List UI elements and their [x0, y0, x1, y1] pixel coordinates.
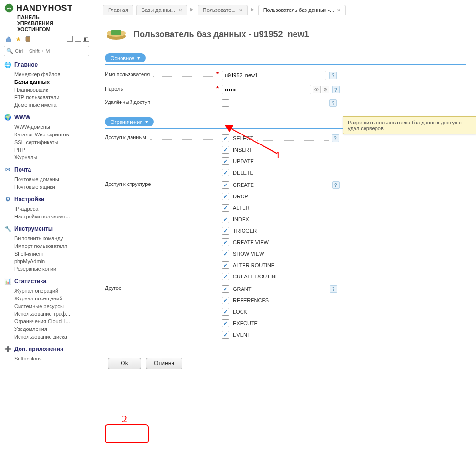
perm-checkbox[interactable]	[222, 238, 229, 246]
panel-toggle-icon[interactable]: ◧	[83, 36, 89, 42]
nav-item[interactable]: Базы данных	[4, 78, 89, 86]
nav-item[interactable]: Использование траф...	[4, 310, 89, 318]
remote-access-checkbox[interactable]	[222, 99, 229, 107]
group-limits-header[interactable]: Ограничения ▾	[105, 117, 154, 126]
perm-label: INSERT	[233, 147, 252, 153]
home-icon[interactable]	[5, 35, 12, 43]
perm-checkbox[interactable]	[222, 308, 229, 316]
cancel-button[interactable]: Отмена	[146, 358, 182, 369]
perm-checkbox[interactable]	[222, 250, 229, 257]
perm-label: CREATE ROUTINE	[233, 274, 279, 279]
perm-checkbox[interactable]	[222, 285, 229, 293]
close-icon[interactable]: ✕	[239, 8, 243, 13]
clipboard-icon[interactable]	[24, 35, 31, 43]
nav-item[interactable]: Уведомления	[4, 325, 89, 333]
nav-item[interactable]: Журналы	[4, 154, 89, 161]
nav-item[interactable]: Системные ресурсы	[4, 302, 89, 310]
perm-label: ALTER	[233, 205, 250, 211]
brand-name: HANDYHOST	[16, 3, 73, 13]
tab-databases[interactable]: Базы данны...✕	[136, 5, 187, 15]
set-icon: ⚙	[4, 195, 11, 203]
sidebar-search: 🔍	[4, 46, 89, 56]
perm-checkbox[interactable]	[222, 216, 229, 223]
nav-item[interactable]: Менеджер файлов	[4, 71, 89, 78]
username-input[interactable]	[222, 71, 326, 80]
nav-item[interactable]: Использование диска	[4, 333, 89, 340]
main-icon: 🌐	[4, 61, 11, 69]
nav-item[interactable]: Журнал операций	[4, 287, 89, 295]
generate-password-icon[interactable]: ⚙	[322, 86, 329, 93]
nav-item[interactable]: Каталог Web-скриптов	[4, 131, 89, 138]
nav-item[interactable]: Планировщик	[4, 86, 89, 93]
perm-checkbox[interactable]	[222, 169, 229, 176]
perm-checkbox[interactable]	[222, 319, 229, 327]
show-password-icon[interactable]: 👁	[313, 86, 321, 93]
nav-item[interactable]: Почтовые домены	[4, 175, 89, 183]
perm-checkbox[interactable]	[222, 297, 229, 304]
perm-checkbox[interactable]	[222, 181, 229, 189]
help-icon[interactable]: ?	[329, 99, 337, 107]
password-input[interactable]	[222, 85, 311, 94]
nav-item[interactable]: PHP	[4, 146, 89, 154]
tab-users[interactable]: Пользовате...✕	[198, 5, 248, 15]
help-icon[interactable]: ?	[332, 181, 340, 189]
nav-item[interactable]: Резервные копии	[4, 265, 89, 273]
nav-item[interactable]: Журнал посещений	[4, 295, 89, 302]
ok-button[interactable]: Ok	[108, 358, 141, 369]
close-icon[interactable]: ✕	[178, 8, 182, 13]
expand-all-icon[interactable]: +	[67, 36, 73, 42]
username-label: Имя пользователя	[105, 72, 152, 77]
toolbar: ★ + − ◧	[5, 35, 89, 43]
help-icon[interactable]: ?	[332, 134, 339, 142]
nav-section-tools[interactable]: 🔧Инструменты	[4, 225, 89, 233]
perm-checkbox[interactable]	[222, 261, 229, 269]
nav-section-set[interactable]: ⚙Настройки	[4, 195, 89, 203]
tab-home[interactable]: Главная	[103, 5, 133, 15]
nav-section-apps[interactable]: ➕Доп. приложения	[4, 345, 89, 353]
nav-item[interactable]: Выполнить команду	[4, 235, 89, 242]
nav-item[interactable]: Ограничения CloudLi...	[4, 318, 89, 325]
perm-checkbox[interactable]	[222, 204, 229, 212]
perm-checkbox[interactable]	[222, 331, 229, 339]
mail-icon: ✉	[4, 166, 11, 174]
perm-label: DROP	[233, 194, 248, 199]
close-icon[interactable]: ✕	[337, 8, 341, 13]
nav-item[interactable]: Настройки пользоват...	[4, 213, 89, 220]
nav-item[interactable]: FTP-пользователи	[4, 93, 89, 101]
nav-item[interactable]: Shell-клиент	[4, 250, 89, 257]
perm-checkbox[interactable]	[222, 227, 229, 235]
help-icon[interactable]: ?	[329, 72, 337, 79]
perm-checkbox[interactable]	[222, 146, 229, 154]
nav-item[interactable]: Импорт пользователя	[4, 242, 89, 250]
perm-label: CREATE	[233, 182, 254, 188]
collapse-all-icon[interactable]: −	[75, 36, 81, 42]
help-icon[interactable]: ?	[330, 285, 337, 293]
nav-item[interactable]: IP-адреса	[4, 205, 89, 213]
nav-item[interactable]: Доменные имена	[4, 101, 89, 109]
search-input[interactable]	[4, 46, 89, 56]
nav-section-mail[interactable]: ✉Почта	[4, 166, 89, 174]
favorite-icon[interactable]: ★	[14, 35, 22, 43]
help-icon[interactable]: ?	[332, 86, 340, 93]
svg-rect-5	[111, 30, 121, 35]
nav-section-main[interactable]: 🌐Главное	[4, 61, 89, 69]
nav-section-www[interactable]: 🌍WWW	[4, 113, 89, 121]
nav-item[interactable]: SSL-сертификаты	[4, 138, 89, 146]
tools-icon: 🔧	[4, 225, 11, 233]
nav-item[interactable]: WWW-домены	[4, 123, 89, 131]
apps-icon: ➕	[4, 345, 11, 353]
perm-group-label: Доступ к данным	[105, 134, 148, 140]
perm-checkbox[interactable]	[222, 273, 229, 280]
www-icon: 🌍	[4, 113, 11, 121]
nav-item[interactable]: Почтовые ящики	[4, 183, 89, 191]
perm-checkbox[interactable]	[222, 157, 229, 165]
perm-checkbox[interactable]	[222, 134, 229, 142]
nav-item[interactable]: Softaculous	[4, 355, 89, 362]
group-main-header[interactable]: Основное ▾	[105, 53, 146, 62]
brand-logo-icon	[4, 3, 14, 13]
nav-item[interactable]: phpMyAdmin	[4, 257, 89, 265]
perm-checkbox[interactable]	[222, 193, 229, 200]
svg-rect-2	[26, 36, 29, 37]
nav-section-stats[interactable]: 📊Статистика	[4, 277, 89, 285]
tab-dbuser-edit[interactable]: Пользователь баз данных -...✕	[258, 5, 346, 15]
